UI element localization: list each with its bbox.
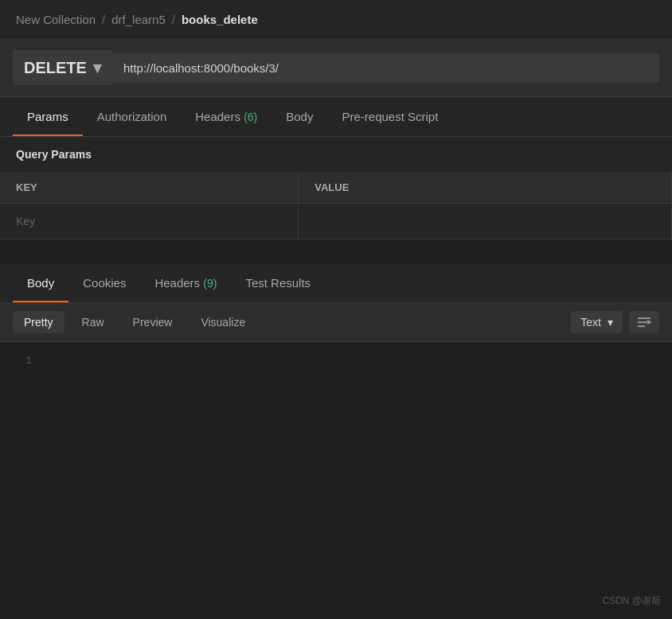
format-btn-visualize[interactable]: Visualize [189,311,256,333]
url-input[interactable] [112,53,659,83]
line-numbers: 1 [16,355,32,367]
breadcrumb-current: books_delete [182,13,258,26]
tab-pre-request[interactable]: Pre-request Script [327,97,452,136]
wrap-button[interactable] [629,311,659,333]
text-format-label: Text [580,316,601,329]
query-params-header: Query Params [0,137,672,172]
value-cell[interactable] [299,204,672,239]
tab-body[interactable]: Body [272,97,327,136]
url-bar: DELETE ▾ [0,39,672,97]
breadcrumb: New Collection / drf_learn5 / books_dele… [0,0,672,39]
breadcrumb-project[interactable]: drf_learn5 [111,13,166,26]
breadcrumb-sep2: / [172,13,175,26]
headers-badge: (6) [244,111,257,123]
tab-response-cookies[interactable]: Cookies [68,263,140,302]
breadcrumb-sep1: / [102,13,105,26]
col-key-header: KEY [0,172,299,204]
chevron-down-icon: ▾ [93,58,101,77]
method-dropdown[interactable]: DELETE ▾ [13,50,112,85]
format-btn-raw[interactable]: Raw [71,311,115,333]
code-area: 1 [0,342,672,380]
format-toolbar: Pretty Raw Preview Visualize Text ▾ [0,303,672,342]
key-cell[interactable]: Key [0,204,299,239]
response-tabs: Body Cookies Headers (9) Test Results [0,263,672,303]
format-btn-pretty[interactable]: Pretty [13,311,64,333]
text-format-dropdown[interactable]: Text ▾ [571,311,623,333]
watermark: CSDN @谢斯 [602,594,661,608]
tab-headers[interactable]: Headers (6) [181,97,272,136]
tab-response-body[interactable]: Body [13,263,68,302]
response-headers-badge: (9) [203,277,217,290]
wrap-icon [637,316,651,329]
tab-test-results[interactable]: Test Results [231,263,325,302]
section-divider [0,239,672,263]
col-value-header: VALUE [299,172,672,204]
request-tabs: Params Authorization Headers (6) Body Pr… [0,97,672,137]
tab-authorization[interactable]: Authorization [83,97,182,136]
params-table: KEY VALUE Key [0,172,672,239]
format-btn-preview[interactable]: Preview [122,311,184,333]
method-label: DELETE [24,59,87,77]
tab-params[interactable]: Params [13,97,83,136]
tab-response-headers[interactable]: Headers (9) [140,263,231,302]
line-number-1: 1 [16,355,32,367]
text-format-chevron: ▾ [608,316,613,329]
breadcrumb-collection[interactable]: New Collection [16,13,96,26]
table-row: Key [0,204,672,239]
